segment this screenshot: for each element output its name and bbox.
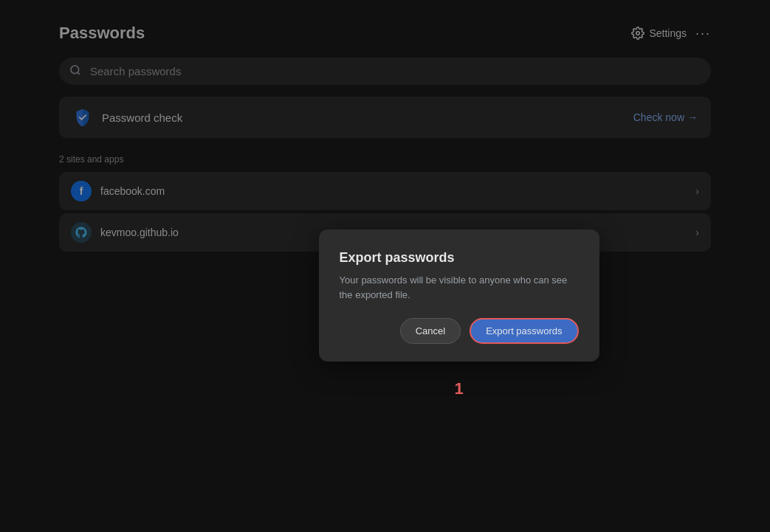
dialog-title: Export passwords: [340, 250, 579, 266]
dialog-body: Your passwords will be visible to anyone…: [340, 273, 579, 302]
step-indicator: 1: [454, 379, 463, 398]
dialog-actions: Cancel Export passwords: [340, 318, 579, 344]
export-dialog: Export passwords Your passwords will be …: [319, 229, 599, 362]
dialog-overlay: Export passwords Your passwords will be …: [0, 0, 770, 532]
export-passwords-button[interactable]: Export passwords: [470, 318, 578, 344]
cancel-button[interactable]: Cancel: [400, 318, 461, 344]
